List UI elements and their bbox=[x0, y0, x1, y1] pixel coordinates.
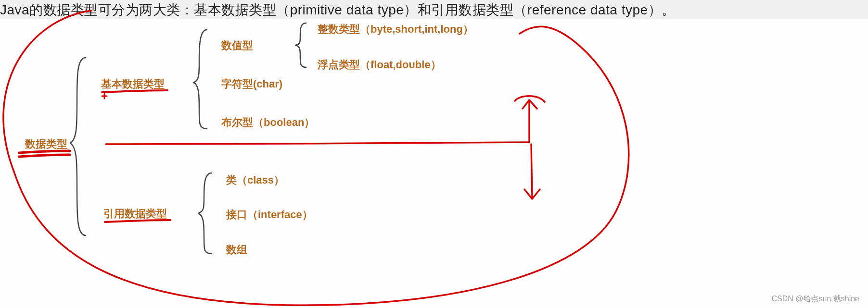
node-boolean: 布尔型（boolean） bbox=[221, 115, 315, 130]
header-text: Java的数据类型可分为两大类：基本数据类型（primitive data ty… bbox=[0, 1, 676, 19]
braces-layer bbox=[0, 0, 868, 308]
watermark: CSDN @给点sun,就shine bbox=[771, 294, 859, 304]
svg-line-3 bbox=[531, 144, 532, 197]
node-char: 字符型(char) bbox=[221, 77, 282, 91]
node-reference: 引用数据类型 bbox=[103, 207, 167, 221]
node-numeric: 数值型 bbox=[221, 38, 253, 53]
node-integer: 整数类型（byte,short,int,long） bbox=[318, 22, 473, 37]
annotation-layer bbox=[0, 0, 868, 308]
node-class: 类（class） bbox=[226, 173, 284, 187]
node-array: 数组 bbox=[226, 243, 247, 257]
node-interface: 接口（interface） bbox=[226, 208, 313, 222]
node-root: 数据类型 bbox=[25, 137, 67, 151]
node-float: 浮点类型（float,double） bbox=[318, 58, 441, 72]
node-primitive: 基本数据类型 bbox=[101, 77, 165, 91]
diagram-stage: Java的数据类型可分为两大类：基本数据类型（primitive data ty… bbox=[0, 0, 868, 308]
